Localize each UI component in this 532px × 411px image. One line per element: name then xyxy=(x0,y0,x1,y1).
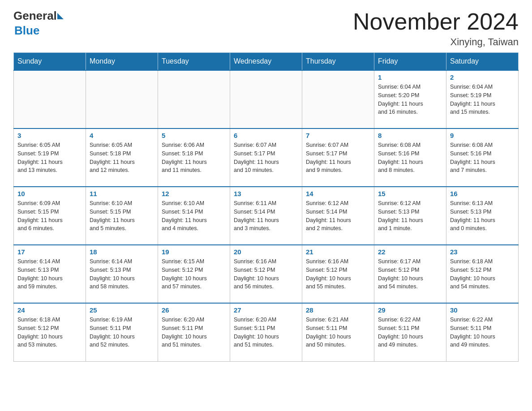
day-info: Sunrise: 6:20 AMSunset: 5:11 PMDaylight:… xyxy=(162,316,226,349)
day-number: 8 xyxy=(378,132,442,139)
day-info: Sunrise: 6:19 AMSunset: 5:11 PMDaylight:… xyxy=(90,316,154,349)
calendar-day-cell: 27Sunrise: 6:20 AMSunset: 5:11 PMDayligh… xyxy=(230,303,302,361)
calendar-week-row: 17Sunrise: 6:14 AMSunset: 5:13 PMDayligh… xyxy=(14,245,519,303)
calendar-day-cell: 12Sunrise: 6:10 AMSunset: 5:14 PMDayligh… xyxy=(158,187,230,245)
day-number: 12 xyxy=(162,190,226,197)
day-info: Sunrise: 6:05 AMSunset: 5:19 PMDaylight:… xyxy=(17,141,82,175)
calendar-header-row: SundayMondayTuesdayWednesdayThursdayFrid… xyxy=(14,53,519,71)
calendar-day-cell: 24Sunrise: 6:18 AMSunset: 5:12 PMDayligh… xyxy=(14,303,86,361)
day-info: Sunrise: 6:12 AMSunset: 5:14 PMDaylight:… xyxy=(306,199,370,233)
calendar-day-cell: 3Sunrise: 6:05 AMSunset: 5:19 PMDaylight… xyxy=(14,128,86,187)
day-info: Sunrise: 6:13 AMSunset: 5:13 PMDaylight:… xyxy=(450,199,515,233)
calendar-day-cell: 28Sunrise: 6:21 AMSunset: 5:11 PMDayligh… xyxy=(302,303,374,361)
day-info: Sunrise: 6:08 AMSunset: 5:16 PMDaylight:… xyxy=(450,141,515,175)
calendar-day-cell: 6Sunrise: 6:07 AMSunset: 5:17 PMDaylight… xyxy=(230,128,302,187)
calendar-day-cell: 8Sunrise: 6:08 AMSunset: 5:16 PMDaylight… xyxy=(374,128,446,187)
calendar-day-cell: 14Sunrise: 6:12 AMSunset: 5:14 PMDayligh… xyxy=(302,187,374,245)
calendar-day-cell: 25Sunrise: 6:19 AMSunset: 5:11 PMDayligh… xyxy=(86,303,158,361)
calendar-week-row: 24Sunrise: 6:18 AMSunset: 5:12 PMDayligh… xyxy=(14,303,519,361)
calendar-day-cell: 15Sunrise: 6:12 AMSunset: 5:13 PMDayligh… xyxy=(374,187,446,245)
calendar-day-cell: 30Sunrise: 6:22 AMSunset: 5:11 PMDayligh… xyxy=(446,303,519,361)
calendar-day-cell: 11Sunrise: 6:10 AMSunset: 5:15 PMDayligh… xyxy=(86,187,158,245)
calendar-day-cell: 26Sunrise: 6:20 AMSunset: 5:11 PMDayligh… xyxy=(158,303,230,361)
page-header: General Blue November 2024 Xinying, Taiw… xyxy=(13,9,519,48)
day-number: 13 xyxy=(234,190,298,197)
calendar-day-cell xyxy=(302,70,374,128)
location-text: Xinying, Taiwan xyxy=(353,36,519,48)
logo-blue-text: Blue xyxy=(14,24,39,37)
day-info: Sunrise: 6:04 AMSunset: 5:19 PMDaylight:… xyxy=(450,83,515,116)
calendar-day-cell: 21Sunrise: 6:16 AMSunset: 5:12 PMDayligh… xyxy=(302,245,374,303)
day-number: 23 xyxy=(450,248,515,256)
calendar-day-cell: 10Sunrise: 6:09 AMSunset: 5:15 PMDayligh… xyxy=(14,187,86,245)
calendar-day-cell: 5Sunrise: 6:06 AMSunset: 5:18 PMDaylight… xyxy=(158,128,230,187)
day-number: 26 xyxy=(162,306,226,314)
day-of-week-header: Monday xyxy=(86,53,158,71)
day-number: 28 xyxy=(306,306,370,314)
day-info: Sunrise: 6:06 AMSunset: 5:18 PMDaylight:… xyxy=(162,141,226,175)
day-number: 20 xyxy=(234,248,298,256)
day-number: 21 xyxy=(306,248,370,256)
calendar-day-cell: 13Sunrise: 6:11 AMSunset: 5:14 PMDayligh… xyxy=(230,187,302,245)
day-number: 27 xyxy=(234,306,298,314)
logo-arrow-icon xyxy=(57,13,64,19)
day-number: 15 xyxy=(378,190,442,197)
day-info: Sunrise: 6:14 AMSunset: 5:13 PMDaylight:… xyxy=(17,257,82,291)
day-number: 16 xyxy=(450,190,515,197)
day-info: Sunrise: 6:07 AMSunset: 5:17 PMDaylight:… xyxy=(306,141,370,175)
calendar-day-cell xyxy=(86,70,158,128)
day-info: Sunrise: 6:20 AMSunset: 5:11 PMDaylight:… xyxy=(234,316,298,349)
day-of-week-header: Friday xyxy=(374,53,446,71)
day-info: Sunrise: 6:21 AMSunset: 5:11 PMDaylight:… xyxy=(306,316,370,349)
day-number: 6 xyxy=(234,132,298,139)
day-info: Sunrise: 6:16 AMSunset: 5:12 PMDaylight:… xyxy=(234,257,298,291)
day-number: 7 xyxy=(306,132,370,139)
day-number: 4 xyxy=(90,132,154,139)
day-number: 1 xyxy=(378,73,442,81)
calendar-day-cell: 19Sunrise: 6:15 AMSunset: 5:12 PMDayligh… xyxy=(158,245,230,303)
calendar-week-row: 3Sunrise: 6:05 AMSunset: 5:19 PMDaylight… xyxy=(14,128,519,187)
calendar-day-cell: 18Sunrise: 6:14 AMSunset: 5:13 PMDayligh… xyxy=(86,245,158,303)
day-of-week-header: Tuesday xyxy=(158,53,230,71)
day-number: 5 xyxy=(162,132,226,139)
calendar-day-cell: 20Sunrise: 6:16 AMSunset: 5:12 PMDayligh… xyxy=(230,245,302,303)
calendar-day-cell: 29Sunrise: 6:22 AMSunset: 5:11 PMDayligh… xyxy=(374,303,446,361)
day-info: Sunrise: 6:15 AMSunset: 5:12 PMDaylight:… xyxy=(162,257,226,291)
day-number: 17 xyxy=(17,248,82,256)
day-info: Sunrise: 6:16 AMSunset: 5:12 PMDaylight:… xyxy=(306,257,370,291)
day-info: Sunrise: 6:22 AMSunset: 5:11 PMDaylight:… xyxy=(378,316,442,349)
calendar-day-cell: 4Sunrise: 6:05 AMSunset: 5:18 PMDaylight… xyxy=(86,128,158,187)
calendar-week-row: 1Sunrise: 6:04 AMSunset: 5:20 PMDaylight… xyxy=(14,70,519,128)
day-info: Sunrise: 6:22 AMSunset: 5:11 PMDaylight:… xyxy=(450,316,515,349)
day-number: 22 xyxy=(378,248,442,256)
title-section: November 2024 Xinying, Taiwan xyxy=(353,9,519,48)
day-number: 24 xyxy=(17,306,82,314)
calendar-day-cell: 1Sunrise: 6:04 AMSunset: 5:20 PMDaylight… xyxy=(374,70,446,128)
calendar-day-cell xyxy=(14,70,86,128)
logo-general-text: General xyxy=(13,9,57,23)
day-number: 29 xyxy=(378,306,442,314)
day-info: Sunrise: 6:10 AMSunset: 5:15 PMDaylight:… xyxy=(90,199,154,233)
day-of-week-header: Saturday xyxy=(446,53,519,71)
day-number: 3 xyxy=(17,132,82,139)
day-info: Sunrise: 6:18 AMSunset: 5:12 PMDaylight:… xyxy=(17,316,82,349)
day-info: Sunrise: 6:04 AMSunset: 5:20 PMDaylight:… xyxy=(378,83,442,116)
calendar-day-cell: 16Sunrise: 6:13 AMSunset: 5:13 PMDayligh… xyxy=(446,187,519,245)
day-number: 10 xyxy=(17,190,82,197)
day-number: 9 xyxy=(450,132,515,139)
day-info: Sunrise: 6:18 AMSunset: 5:12 PMDaylight:… xyxy=(450,257,515,291)
day-info: Sunrise: 6:12 AMSunset: 5:13 PMDaylight:… xyxy=(378,199,442,233)
day-info: Sunrise: 6:14 AMSunset: 5:13 PMDaylight:… xyxy=(90,257,154,291)
calendar-day-cell xyxy=(230,70,302,128)
calendar-week-row: 10Sunrise: 6:09 AMSunset: 5:15 PMDayligh… xyxy=(14,187,519,245)
calendar-day-cell: 7Sunrise: 6:07 AMSunset: 5:17 PMDaylight… xyxy=(302,128,374,187)
day-number: 11 xyxy=(90,190,154,197)
day-of-week-header: Thursday xyxy=(302,53,374,71)
day-number: 2 xyxy=(450,73,515,81)
logo: General Blue xyxy=(13,9,64,38)
day-info: Sunrise: 6:07 AMSunset: 5:17 PMDaylight:… xyxy=(234,141,298,175)
calendar-day-cell: 9Sunrise: 6:08 AMSunset: 5:16 PMDaylight… xyxy=(446,128,519,187)
calendar-table: SundayMondayTuesdayWednesdayThursdayFrid… xyxy=(13,52,519,362)
day-info: Sunrise: 6:08 AMSunset: 5:16 PMDaylight:… xyxy=(378,141,442,175)
day-of-week-header: Wednesday xyxy=(230,53,302,71)
